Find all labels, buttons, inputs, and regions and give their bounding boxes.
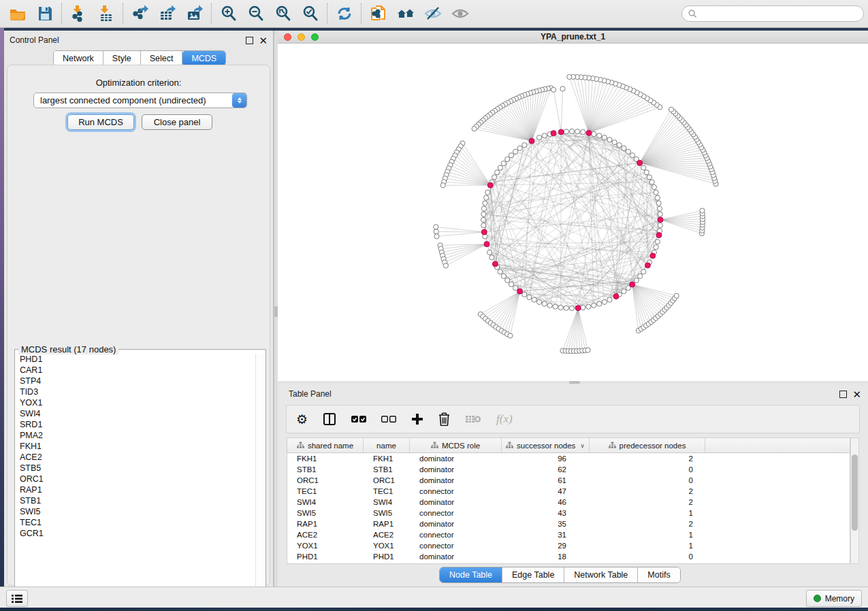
ring-node[interactable] xyxy=(581,305,585,310)
ring-node[interactable] xyxy=(602,299,607,304)
ring-node[interactable] xyxy=(485,190,490,195)
tab-network[interactable]: Network xyxy=(54,51,103,65)
table-row[interactable]: FKH1FKH1dominator962 xyxy=(287,453,850,464)
export-table-button[interactable] xyxy=(154,2,181,25)
mcds-result-item[interactable]: SRD1 xyxy=(20,419,256,430)
float-table-panel-icon[interactable] xyxy=(839,391,847,398)
ring-node[interactable] xyxy=(542,133,547,138)
ring-node[interactable] xyxy=(592,132,596,137)
split-view-button[interactable] xyxy=(323,409,336,429)
mcds-result-item[interactable]: TEC1 xyxy=(20,517,256,528)
ring-node[interactable] xyxy=(542,301,547,306)
ring-node[interactable] xyxy=(501,161,506,166)
add-column-button[interactable] xyxy=(411,409,423,429)
close-panel-button[interactable]: Close panel xyxy=(142,114,212,130)
apply-layout-button[interactable] xyxy=(331,2,358,25)
run-mcds-button[interactable]: Run MCDS xyxy=(67,114,134,130)
ring-node[interactable] xyxy=(622,289,626,294)
ring-node[interactable] xyxy=(537,135,542,140)
satellite-node[interactable] xyxy=(508,333,513,338)
satellite-node[interactable] xyxy=(551,87,556,92)
hide-selected-button[interactable] xyxy=(419,2,447,25)
global-search-box[interactable] xyxy=(681,5,864,22)
mcds-hub-node[interactable] xyxy=(558,129,564,135)
duplicate-network-button[interactable] xyxy=(365,2,392,25)
export-image-button[interactable] xyxy=(181,2,208,25)
mcds-result-item[interactable]: ORC1 xyxy=(20,474,256,484)
satellite-node[interactable] xyxy=(700,208,705,213)
table-row[interactable]: RAP1RAP1dominator352 xyxy=(287,518,850,529)
ring-node[interactable] xyxy=(517,146,522,150)
ring-node[interactable] xyxy=(527,295,532,299)
ring-node[interactable] xyxy=(489,255,494,260)
mcds-hub-node[interactable] xyxy=(613,294,619,299)
satellite-node[interactable] xyxy=(434,229,438,234)
ring-node[interactable] xyxy=(597,133,602,138)
delete-columns-button[interactable] xyxy=(438,409,450,429)
tab-mcds[interactable]: MCDS xyxy=(182,51,225,65)
satellite-node[interactable] xyxy=(472,127,477,131)
open-file-button[interactable] xyxy=(4,2,31,25)
mcds-hub-node[interactable] xyxy=(492,261,498,267)
column-header-successor-nodes[interactable]: successor nodes∨ xyxy=(502,438,590,452)
ring-node[interactable] xyxy=(654,190,658,195)
ring-node[interactable] xyxy=(607,297,612,302)
table-row[interactable]: ACE2ACE2connector311 xyxy=(287,529,850,540)
tab-style[interactable]: Style xyxy=(103,51,141,65)
ring-node[interactable] xyxy=(607,137,612,142)
ring-node[interactable] xyxy=(656,201,661,205)
node-table[interactable]: shared namenameMCDS rolesuccessor nodes∨… xyxy=(287,437,850,564)
table-row[interactable]: STB1STB1dominator620 xyxy=(287,464,850,475)
network-window-titlebar[interactable]: YPA_prune.txt_1 xyxy=(278,31,868,44)
satellite-node[interactable] xyxy=(560,86,565,91)
table-row[interactable]: YOX1YOX1connector291 xyxy=(287,540,850,551)
memory-button[interactable]: Memory xyxy=(806,590,862,607)
mcds-result-item[interactable]: FKH1 xyxy=(20,441,256,452)
ring-node[interactable] xyxy=(586,304,591,309)
zoom-selected-region-button[interactable] xyxy=(297,2,324,25)
ring-node[interactable] xyxy=(481,212,486,216)
ring-node[interactable] xyxy=(532,297,536,302)
ring-node[interactable] xyxy=(649,180,654,184)
export-network-button[interactable] xyxy=(127,2,154,25)
mcds-hub-node[interactable] xyxy=(575,306,581,311)
ring-node[interactable] xyxy=(626,149,630,154)
ring-node[interactable] xyxy=(655,195,660,200)
ring-node[interactable] xyxy=(622,146,626,150)
mcds-hub-node[interactable] xyxy=(487,182,493,188)
satellite-node[interactable] xyxy=(434,225,438,229)
column-header-name[interactable]: name xyxy=(364,438,410,452)
optimization-criterion-select[interactable]: largest connected component (undirected) xyxy=(33,93,247,108)
table-row[interactable]: TEC1TEC1connector472 xyxy=(287,486,850,497)
mcds-hub-node[interactable] xyxy=(551,131,556,136)
settings-button[interactable]: ⚙ xyxy=(296,409,308,429)
show-all-button[interactable] xyxy=(447,2,474,25)
satellite-node[interactable] xyxy=(443,263,448,268)
ring-node[interactable] xyxy=(581,129,585,134)
ring-node[interactable] xyxy=(634,278,639,282)
zoom-fit-button[interactable] xyxy=(270,2,297,25)
ring-node[interactable] xyxy=(509,282,513,286)
column-header-shared-name[interactable]: shared name xyxy=(287,438,364,452)
ring-node[interactable] xyxy=(509,153,513,158)
tab-motifs[interactable]: Motifs xyxy=(638,567,679,582)
first-neighbors-button[interactable] xyxy=(392,2,419,25)
deselect-all-button[interactable] xyxy=(381,409,396,429)
mcds-result-item[interactable]: YOX1 xyxy=(20,397,256,408)
satellite-node[interactable] xyxy=(674,293,679,298)
ring-node[interactable] xyxy=(655,240,660,244)
ring-node[interactable] xyxy=(597,301,602,306)
ring-node[interactable] xyxy=(641,269,646,274)
ring-node[interactable] xyxy=(638,274,643,278)
ring-node[interactable] xyxy=(647,175,652,180)
ring-node[interactable] xyxy=(575,129,580,134)
node-table-scrollbar[interactable] xyxy=(850,437,859,564)
table-row[interactable]: PHD1PHD1dominator180 xyxy=(287,551,850,562)
ring-node[interactable] xyxy=(495,170,500,175)
ring-node[interactable] xyxy=(654,245,658,250)
tab-node-table[interactable]: Node Table xyxy=(440,567,502,582)
mcds-hub-node[interactable] xyxy=(630,282,635,287)
ring-node[interactable] xyxy=(617,143,622,148)
ring-node[interactable] xyxy=(569,129,574,133)
satellite-node[interactable] xyxy=(434,234,439,239)
